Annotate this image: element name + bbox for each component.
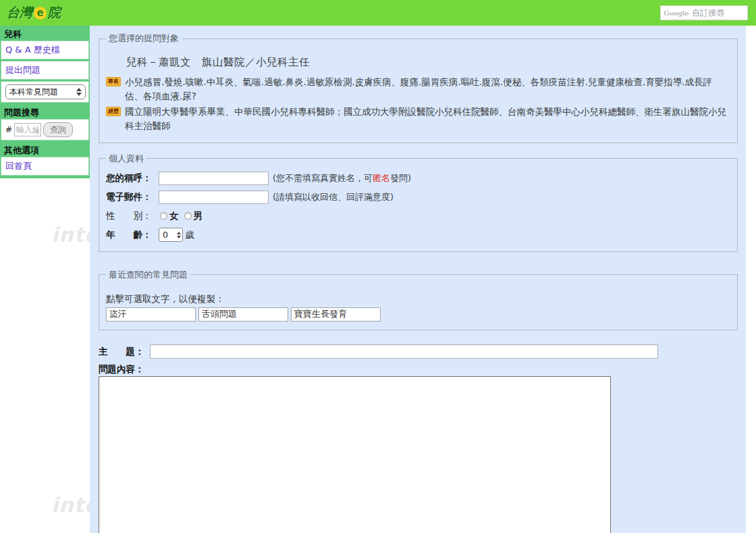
personal-info-legend: 個人資料 <box>106 153 146 165</box>
qa-history-link[interactable]: Q & A 歷史檔 <box>5 44 84 56</box>
recent-item-input[interactable] <box>291 307 381 322</box>
sidebar-dept-title: 兒科 <box>0 26 90 41</box>
email-hint: (請填寫以收回信、回評滿意度) <box>273 191 394 203</box>
site-search-input[interactable] <box>692 8 745 18</box>
question-target-legend: 您選擇的提問對象 <box>106 32 182 45</box>
email-row: 電子郵件： (請填寫以收回信、回評滿意度) <box>106 189 730 205</box>
nickname-input[interactable] <box>159 172 269 185</box>
specialty-text: 小兒感冒.發燒.咳嗽.中耳炎、氣喘.過敏.鼻炎.過敏原檢測.皮膚疾病、腹痛.腸胃… <box>125 75 730 103</box>
nickname-label: 您的稱呼： <box>106 172 159 184</box>
age-unit: 歲 <box>185 229 194 241</box>
gender-female-radio[interactable] <box>160 212 167 220</box>
recent-item-input[interactable] <box>106 307 196 322</box>
sidebar-faq-select-box: 本科常見問題 <box>1 81 89 103</box>
recent-questions-legend: 最近查閱的常見問題 <box>106 269 190 281</box>
subject-label: 主 題： <box>99 346 150 358</box>
question-number-input[interactable] <box>14 123 41 136</box>
sidebar-item-qa-history[interactable]: Q & A 歷史檔 <box>1 41 89 59</box>
age-stepper[interactable]: 0 <box>159 228 183 242</box>
search-query-button[interactable]: 查詢 <box>43 122 73 137</box>
faq-select[interactable]: 本科常見問題 <box>5 84 86 99</box>
question-content-textarea[interactable] <box>99 376 611 533</box>
gender-female-label: 女 <box>169 210 179 222</box>
question-content-label: 問題內容： <box>99 363 746 376</box>
faq-select-value: 本科常見問題 <box>9 86 58 98</box>
logo-text-suffix: 院 <box>48 4 61 22</box>
specialty-row: 專長 小兒感冒.發燒.咳嗽.中耳炎、氣喘.過敏.鼻炎.過敏原檢測.皮膚疾病、腹痛… <box>106 75 730 103</box>
sidebar-other-title: 其他選項 <box>0 142 90 157</box>
question-target-fieldset: 您選擇的提問對象 兒科－蕭凱文 旗山醫院／小兒科主任 專長 小兒感冒.發燒.咳嗽… <box>99 32 738 143</box>
google-logo: Google <box>664 9 688 17</box>
experience-badge-icon: 經歷 <box>106 107 121 116</box>
recent-items-row <box>106 307 730 322</box>
sidebar-item-ask-question[interactable]: 提出問題 <box>1 61 89 80</box>
home-link[interactable]: 回首頁 <box>5 160 84 172</box>
top-header-bar: 台灣e院 Google <box>0 0 756 26</box>
email-label: 電子郵件： <box>106 191 159 203</box>
sidebar-search-title: 問題搜尋 <box>0 104 90 119</box>
stepper-updown-icon <box>177 232 181 238</box>
age-label: 年 齡： <box>106 229 159 241</box>
recent-questions-fieldset: 最近查閱的常見問題 點擊可選取文字，以便複製： <box>99 269 738 330</box>
sidebar-item-home[interactable]: 回首頁 <box>1 157 89 176</box>
hash-label: # <box>5 125 12 134</box>
subject-input[interactable] <box>150 345 658 359</box>
subject-row: 主 題： <box>99 345 746 359</box>
sidebar: 兒科 Q & A 歷史檔 提出問題 本科常見問題 問題搜尋 # 查詢 其他選項 … <box>0 26 90 178</box>
ask-question-link[interactable]: 提出問題 <box>5 64 84 76</box>
personal-info-fieldset: 個人資料 您的稱呼： (您不需填寫真實姓名，可匿名發問) 電子郵件： (請填寫以… <box>99 153 738 252</box>
specialty-badge-icon: 專長 <box>106 77 121 86</box>
chevron-updown-icon <box>76 88 82 96</box>
doctor-title: 兒科－蕭凱文 旗山醫院／小兒科主任 <box>126 55 730 70</box>
site-logo[interactable]: 台灣e院 <box>7 5 61 21</box>
logo-e-icon: e <box>34 7 47 20</box>
experience-row: 經歷 國立陽明大學醫學系畢業、中華民國小兒科專科醫師；國立成功大學附設醫院小兒科… <box>106 105 730 133</box>
email-input[interactable] <box>159 191 269 204</box>
age-row: 年 齡： 0 歲 <box>106 227 730 243</box>
gender-label: 性 別： <box>106 210 159 222</box>
nickname-row: 您的稱呼： (您不需填寫真實姓名，可匿名發問) <box>106 170 730 186</box>
sidebar-search-box: # 查詢 <box>1 119 89 141</box>
anonymous-emphasis: 匿名 <box>373 173 390 183</box>
gender-male-label: 男 <box>194 210 203 222</box>
nickname-hint: (您不需填寫真實姓名，可匿名發問) <box>273 172 411 184</box>
age-value: 0 <box>163 230 168 240</box>
copy-hint-text: 點擊可選取文字，以便複製： <box>106 293 730 305</box>
gender-male-radio[interactable] <box>184 212 192 220</box>
experience-text: 國立陽明大學醫學系畢業、中華民國小兒科專科醫師；國立成功大學附設醫院小兒科住院醫… <box>125 105 730 133</box>
gender-row: 性 別： 女 男 <box>106 208 730 224</box>
page: inter inter 台灣e院 Google 兒科 Q & A 歷史檔 提出問… <box>0 0 756 533</box>
google-custom-search: Google <box>660 5 748 20</box>
logo-text-prefix: 台灣 <box>7 4 32 22</box>
recent-item-input[interactable] <box>198 307 288 322</box>
main-content: 您選擇的提問對象 兒科－蕭凱文 旗山醫院／小兒科主任 專長 小兒感冒.發燒.咳嗽… <box>90 26 746 533</box>
